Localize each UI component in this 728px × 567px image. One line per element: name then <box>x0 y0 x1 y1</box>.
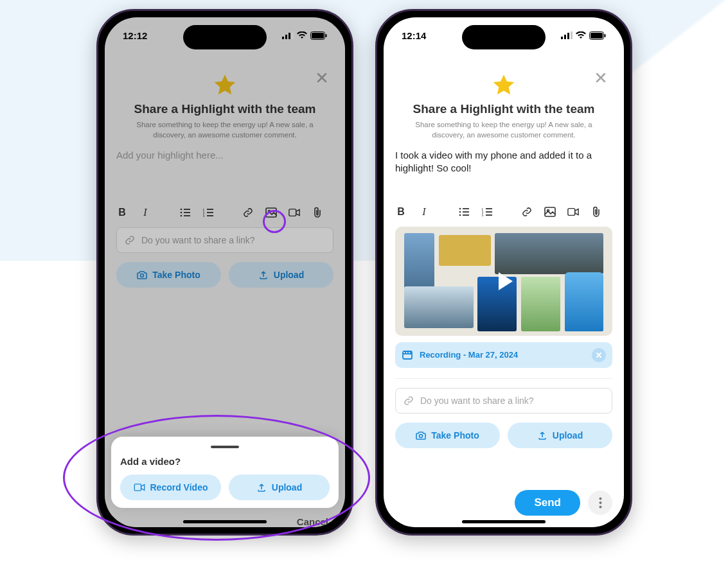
modal-title: Share a Highlight with the team <box>116 102 333 116</box>
home-indicator <box>183 520 267 523</box>
status-icons <box>561 31 606 40</box>
svg-rect-43 <box>545 207 555 216</box>
star-icon <box>212 73 238 98</box>
svg-point-22 <box>141 274 144 277</box>
bullet-list-icon[interactable] <box>179 207 191 218</box>
image-icon[interactable] <box>544 206 556 218</box>
status-time: 12:12 <box>123 30 147 41</box>
svg-rect-19 <box>266 208 276 217</box>
bold-icon[interactable]: B <box>116 207 128 218</box>
video-action-sheet: Add a video? Record Video Upload Cancel <box>111 437 339 508</box>
more-options-button[interactable] <box>588 491 612 515</box>
play-icon <box>490 267 518 295</box>
take-photo-label: Take Photo <box>152 270 200 280</box>
close-icon[interactable] <box>594 71 607 87</box>
attachment-label: Recording - Mar 27, 2024 <box>420 350 518 360</box>
svg-rect-29 <box>590 33 603 39</box>
svg-point-35 <box>459 214 461 216</box>
bold-icon[interactable]: B <box>395 206 407 218</box>
svg-rect-26 <box>567 33 569 39</box>
attachment-icon[interactable] <box>590 206 602 218</box>
link-placeholder: Do you want to share a link? <box>420 396 534 406</box>
svg-rect-27 <box>571 31 573 39</box>
status-bar: 12:14 <box>384 17 624 53</box>
phone-mockup-right: 12:14 Share a Highlight with the team Sh… <box>375 9 632 536</box>
link-placeholder: Do you want to share a link? <box>141 235 255 245</box>
highlight-textarea[interactable]: I took a video with my phone and added i… <box>395 149 612 175</box>
status-icons <box>282 31 327 40</box>
svg-text:3: 3 <box>482 214 484 216</box>
svg-point-51 <box>420 434 423 437</box>
svg-rect-1 <box>285 35 287 39</box>
svg-rect-23 <box>134 484 141 491</box>
upload-label: Upload <box>274 270 304 280</box>
film-icon <box>402 349 413 361</box>
status-time: 12:14 <box>402 30 426 41</box>
svg-point-53 <box>599 502 601 504</box>
take-photo-button[interactable]: Take Photo <box>116 262 221 288</box>
svg-rect-6 <box>326 34 327 37</box>
italic-icon[interactable]: I <box>139 207 151 218</box>
close-icon[interactable] <box>315 71 328 87</box>
record-video-label: Record Video <box>150 482 208 493</box>
send-button[interactable]: Send <box>515 490 580 516</box>
editor-toolbar: B I 123 <box>116 207 333 218</box>
modal-content: Share a Highlight with the team Share so… <box>384 53 624 527</box>
take-photo-label: Take Photo <box>431 430 479 441</box>
numbered-list-icon[interactable]: 123 <box>202 207 214 218</box>
svg-point-52 <box>599 498 601 500</box>
phone-mockup-left: 12:12 Share a Highlight with the team Sh… <box>96 9 353 536</box>
highlight-textarea[interactable]: Add your highlight here... <box>116 149 333 166</box>
image-icon[interactable] <box>265 207 277 218</box>
status-bar: 12:12 <box>105 17 345 53</box>
attachment-icon[interactable] <box>312 207 323 218</box>
screen-right: 12:14 Share a Highlight with the team Sh… <box>384 17 624 527</box>
take-photo-button[interactable]: Take Photo <box>395 423 500 448</box>
home-indicator <box>462 520 546 523</box>
svg-rect-5 <box>312 33 324 39</box>
share-link-input[interactable]: Do you want to share a link? <box>395 388 612 414</box>
svg-rect-2 <box>289 33 290 39</box>
upload-button[interactable]: Upload <box>229 262 333 288</box>
attachment-chip[interactable]: Recording - Mar 27, 2024 <box>395 342 612 368</box>
upload-video-label: Upload <box>272 482 302 493</box>
svg-point-54 <box>599 506 601 509</box>
sheet-grab-handle[interactable] <box>211 446 239 448</box>
kebab-icon <box>599 497 602 509</box>
star-icon <box>491 73 517 98</box>
remove-attachment-icon[interactable] <box>592 348 606 362</box>
modal-title: Share a Highlight with the team <box>395 102 612 116</box>
modal-subtitle: Share something to keep the energy up! A… <box>122 120 328 140</box>
svg-rect-3 <box>292 31 294 39</box>
bullet-list-icon[interactable] <box>458 206 470 218</box>
stage-background: 12:12 Share a Highlight with the team Sh… <box>0 0 728 567</box>
svg-rect-24 <box>561 37 563 39</box>
sheet-title: Add a video? <box>120 456 330 467</box>
svg-rect-25 <box>564 35 566 39</box>
record-video-button[interactable]: Record Video <box>120 475 221 500</box>
share-link-input[interactable]: Do you want to share a link? <box>116 227 333 253</box>
video-thumbnail[interactable] <box>395 227 612 336</box>
upload-button[interactable]: Upload <box>508 423 612 448</box>
svg-rect-0 <box>282 37 284 39</box>
svg-point-33 <box>459 211 461 213</box>
upload-label: Upload <box>553 430 583 441</box>
svg-rect-30 <box>605 34 606 37</box>
upload-video-button[interactable]: Upload <box>229 475 330 500</box>
link-icon[interactable] <box>521 206 533 218</box>
divider <box>395 378 612 379</box>
screen-left: 12:12 Share a Highlight with the team Sh… <box>105 17 345 527</box>
svg-rect-21 <box>289 209 296 216</box>
italic-icon[interactable]: I <box>418 206 430 218</box>
svg-point-7 <box>181 209 182 211</box>
svg-point-31 <box>459 207 461 209</box>
link-icon[interactable] <box>242 207 254 218</box>
svg-point-11 <box>181 215 182 217</box>
video-icon[interactable] <box>289 207 300 218</box>
numbered-list-icon[interactable]: 123 <box>481 206 493 218</box>
modal-subtitle: Share something to keep the energy up! A… <box>401 120 607 140</box>
editor-toolbar: B I 123 <box>395 206 612 218</box>
cancel-button[interactable]: Cancel <box>297 516 328 527</box>
video-icon[interactable] <box>567 206 579 218</box>
svg-rect-45 <box>568 208 575 215</box>
